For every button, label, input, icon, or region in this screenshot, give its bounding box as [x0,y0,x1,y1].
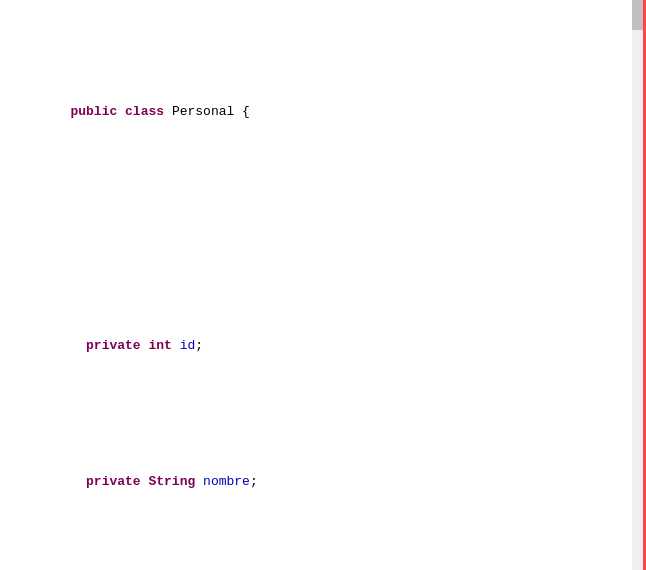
line-2 [8,219,643,239]
scrollbar-track[interactable] [632,0,643,570]
line-4: private String nombre; [8,453,643,512]
code-editor[interactable]: public class Personal { private int id; … [0,0,646,570]
line-1: public class Personal { [8,82,643,141]
line-3: private int id; [8,316,643,375]
scrollbar-thumb[interactable] [632,0,643,30]
code-content: public class Personal { private int id; … [0,0,643,570]
